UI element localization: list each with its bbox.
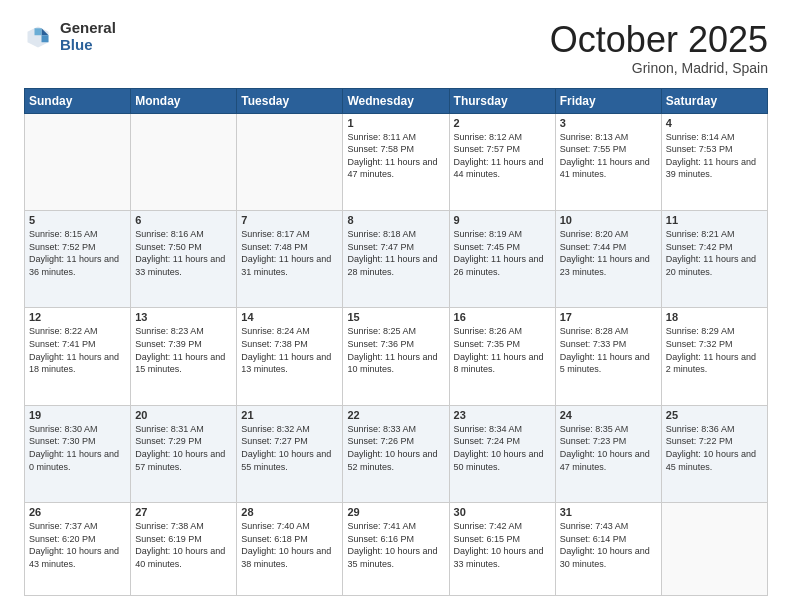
day-info: Sunrise: 8:11 AM Sunset: 7:58 PM Dayligh… [347, 131, 444, 181]
calendar-cell: 6Sunrise: 8:16 AM Sunset: 7:50 PM Daylig… [131, 211, 237, 308]
logo-text: General Blue [60, 20, 116, 53]
day-number: 6 [135, 214, 232, 226]
day-number: 19 [29, 409, 126, 421]
day-number: 30 [454, 506, 551, 518]
calendar-cell: 14Sunrise: 8:24 AM Sunset: 7:38 PM Dayli… [237, 308, 343, 405]
day-number: 23 [454, 409, 551, 421]
calendar-cell: 21Sunrise: 8:32 AM Sunset: 7:27 PM Dayli… [237, 405, 343, 502]
calendar-cell: 1Sunrise: 8:11 AM Sunset: 7:58 PM Daylig… [343, 113, 449, 210]
calendar-cell: 23Sunrise: 8:34 AM Sunset: 7:24 PM Dayli… [449, 405, 555, 502]
day-number: 28 [241, 506, 338, 518]
calendar-cell: 8Sunrise: 8:18 AM Sunset: 7:47 PM Daylig… [343, 211, 449, 308]
day-number: 1 [347, 117, 444, 129]
weekday-header-row: SundayMondayTuesdayWednesdayThursdayFrid… [25, 88, 768, 113]
title-block: October 2025 Grinon, Madrid, Spain [550, 20, 768, 76]
day-number: 16 [454, 311, 551, 323]
calendar-cell: 12Sunrise: 8:22 AM Sunset: 7:41 PM Dayli… [25, 308, 131, 405]
day-info: Sunrise: 8:31 AM Sunset: 7:29 PM Dayligh… [135, 423, 232, 473]
logo-icon [24, 23, 52, 51]
day-info: Sunrise: 8:14 AM Sunset: 7:53 PM Dayligh… [666, 131, 763, 181]
day-info: Sunrise: 8:28 AM Sunset: 7:33 PM Dayligh… [560, 325, 657, 375]
week-row-4: 19Sunrise: 8:30 AM Sunset: 7:30 PM Dayli… [25, 405, 768, 502]
calendar-cell [131, 113, 237, 210]
day-info: Sunrise: 8:26 AM Sunset: 7:35 PM Dayligh… [454, 325, 551, 375]
day-number: 26 [29, 506, 126, 518]
svg-marker-2 [42, 35, 49, 42]
day-number: 17 [560, 311, 657, 323]
calendar-cell: 20Sunrise: 8:31 AM Sunset: 7:29 PM Dayli… [131, 405, 237, 502]
calendar-cell: 30Sunrise: 7:42 AM Sunset: 6:15 PM Dayli… [449, 503, 555, 596]
month-title: October 2025 [550, 20, 768, 60]
logo-general: General [60, 20, 116, 37]
calendar-cell [25, 113, 131, 210]
week-row-3: 12Sunrise: 8:22 AM Sunset: 7:41 PM Dayli… [25, 308, 768, 405]
logo: General Blue [24, 20, 116, 53]
calendar-cell [237, 113, 343, 210]
calendar-cell: 29Sunrise: 7:41 AM Sunset: 6:16 PM Dayli… [343, 503, 449, 596]
day-info: Sunrise: 8:33 AM Sunset: 7:26 PM Dayligh… [347, 423, 444, 473]
day-number: 20 [135, 409, 232, 421]
calendar-cell: 2Sunrise: 8:12 AM Sunset: 7:57 PM Daylig… [449, 113, 555, 210]
calendar-table: SundayMondayTuesdayWednesdayThursdayFrid… [24, 88, 768, 596]
logo-blue: Blue [60, 37, 116, 54]
calendar-cell: 4Sunrise: 8:14 AM Sunset: 7:53 PM Daylig… [661, 113, 767, 210]
day-info: Sunrise: 8:20 AM Sunset: 7:44 PM Dayligh… [560, 228, 657, 278]
day-number: 9 [454, 214, 551, 226]
day-info: Sunrise: 8:18 AM Sunset: 7:47 PM Dayligh… [347, 228, 444, 278]
day-info: Sunrise: 8:13 AM Sunset: 7:55 PM Dayligh… [560, 131, 657, 181]
weekday-header-saturday: Saturday [661, 88, 767, 113]
calendar-cell: 27Sunrise: 7:38 AM Sunset: 6:19 PM Dayli… [131, 503, 237, 596]
calendar-cell: 11Sunrise: 8:21 AM Sunset: 7:42 PM Dayli… [661, 211, 767, 308]
day-number: 8 [347, 214, 444, 226]
calendar-cell [661, 503, 767, 596]
day-info: Sunrise: 8:23 AM Sunset: 7:39 PM Dayligh… [135, 325, 232, 375]
day-info: Sunrise: 8:17 AM Sunset: 7:48 PM Dayligh… [241, 228, 338, 278]
day-number: 29 [347, 506, 444, 518]
calendar-cell: 22Sunrise: 8:33 AM Sunset: 7:26 PM Dayli… [343, 405, 449, 502]
day-info: Sunrise: 8:34 AM Sunset: 7:24 PM Dayligh… [454, 423, 551, 473]
calendar-cell: 9Sunrise: 8:19 AM Sunset: 7:45 PM Daylig… [449, 211, 555, 308]
day-number: 3 [560, 117, 657, 129]
calendar-cell: 3Sunrise: 8:13 AM Sunset: 7:55 PM Daylig… [555, 113, 661, 210]
calendar-cell: 16Sunrise: 8:26 AM Sunset: 7:35 PM Dayli… [449, 308, 555, 405]
day-number: 15 [347, 311, 444, 323]
day-number: 7 [241, 214, 338, 226]
day-info: Sunrise: 8:35 AM Sunset: 7:23 PM Dayligh… [560, 423, 657, 473]
day-number: 10 [560, 214, 657, 226]
day-info: Sunrise: 8:29 AM Sunset: 7:32 PM Dayligh… [666, 325, 763, 375]
day-info: Sunrise: 8:24 AM Sunset: 7:38 PM Dayligh… [241, 325, 338, 375]
day-number: 2 [454, 117, 551, 129]
calendar-cell: 18Sunrise: 8:29 AM Sunset: 7:32 PM Dayli… [661, 308, 767, 405]
weekday-header-thursday: Thursday [449, 88, 555, 113]
calendar-cell: 26Sunrise: 7:37 AM Sunset: 6:20 PM Dayli… [25, 503, 131, 596]
weekday-header-monday: Monday [131, 88, 237, 113]
day-info: Sunrise: 7:38 AM Sunset: 6:19 PM Dayligh… [135, 520, 232, 570]
weekday-header-friday: Friday [555, 88, 661, 113]
day-number: 22 [347, 409, 444, 421]
day-info: Sunrise: 8:36 AM Sunset: 7:22 PM Dayligh… [666, 423, 763, 473]
day-info: Sunrise: 8:19 AM Sunset: 7:45 PM Dayligh… [454, 228, 551, 278]
week-row-2: 5Sunrise: 8:15 AM Sunset: 7:52 PM Daylig… [25, 211, 768, 308]
day-info: Sunrise: 8:25 AM Sunset: 7:36 PM Dayligh… [347, 325, 444, 375]
day-number: 5 [29, 214, 126, 226]
svg-marker-3 [35, 28, 42, 35]
calendar-cell: 25Sunrise: 8:36 AM Sunset: 7:22 PM Dayli… [661, 405, 767, 502]
day-info: Sunrise: 7:40 AM Sunset: 6:18 PM Dayligh… [241, 520, 338, 570]
weekday-header-tuesday: Tuesday [237, 88, 343, 113]
page: General Blue October 2025 Grinon, Madrid… [0, 0, 792, 612]
day-info: Sunrise: 8:22 AM Sunset: 7:41 PM Dayligh… [29, 325, 126, 375]
day-info: Sunrise: 8:12 AM Sunset: 7:57 PM Dayligh… [454, 131, 551, 181]
day-info: Sunrise: 8:15 AM Sunset: 7:52 PM Dayligh… [29, 228, 126, 278]
day-info: Sunrise: 8:30 AM Sunset: 7:30 PM Dayligh… [29, 423, 126, 473]
header: General Blue October 2025 Grinon, Madrid… [24, 20, 768, 76]
week-row-1: 1Sunrise: 8:11 AM Sunset: 7:58 PM Daylig… [25, 113, 768, 210]
day-number: 12 [29, 311, 126, 323]
day-number: 21 [241, 409, 338, 421]
day-info: Sunrise: 7:43 AM Sunset: 6:14 PM Dayligh… [560, 520, 657, 570]
day-number: 13 [135, 311, 232, 323]
day-number: 24 [560, 409, 657, 421]
weekday-header-sunday: Sunday [25, 88, 131, 113]
day-info: Sunrise: 7:37 AM Sunset: 6:20 PM Dayligh… [29, 520, 126, 570]
day-info: Sunrise: 7:41 AM Sunset: 6:16 PM Dayligh… [347, 520, 444, 570]
calendar-cell: 19Sunrise: 8:30 AM Sunset: 7:30 PM Dayli… [25, 405, 131, 502]
